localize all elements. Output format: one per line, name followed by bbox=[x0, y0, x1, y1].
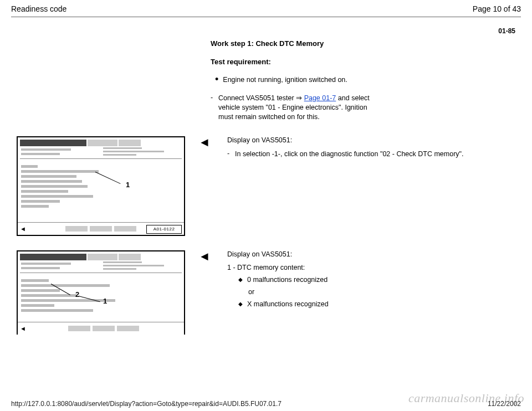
vas5051-diagram-2: 2 1 ◄ bbox=[17, 250, 185, 335]
section1-text: In selection -1-, click on the diagnosti… bbox=[235, 150, 464, 159]
work-step-heading: Work step 1: Check DTC Memory bbox=[211, 39, 515, 48]
diagram-code-label: A01-0122 bbox=[146, 225, 182, 234]
test-requirement-label: Test requirement: bbox=[211, 58, 515, 66]
page-indicator: Page 10 of 43 bbox=[473, 4, 521, 13]
display-label-1: Display on VAS5051: bbox=[227, 136, 515, 144]
section-page-ref: 01-85 bbox=[0, 17, 532, 35]
dash-icon: - bbox=[211, 94, 218, 101]
diagram2-callout-2: 2 bbox=[75, 290, 79, 299]
scroll-left-icon: ◄ bbox=[20, 225, 26, 232]
connect-text: Connect VAS5051 tester ⇒ Page 01-7 and s… bbox=[218, 94, 374, 122]
header-title: Readiness code bbox=[11, 4, 66, 13]
arrow-glyph-icon: ⇒ bbox=[296, 94, 302, 102]
malfunction-item-x: ◆ X malfunctions recognized bbox=[238, 300, 515, 308]
malfunction-text-0: 0 malfunctions recognized bbox=[247, 276, 328, 284]
connect-instruction: - Connect VAS5051 tester ⇒ Page 01-7 and… bbox=[211, 94, 515, 122]
dash-icon: - bbox=[227, 150, 235, 157]
page-link[interactable]: Page 01-7 bbox=[304, 94, 336, 102]
diamond-icon: ◆ bbox=[238, 276, 243, 282]
footer-date: 11/22/2002 bbox=[488, 400, 521, 408]
requirement-bullet: • Engine not running, ignition switched … bbox=[215, 76, 515, 84]
diamond-icon: ◆ bbox=[238, 301, 243, 307]
scroll-left-icon: ◄ bbox=[20, 325, 26, 332]
pointer-arrow-icon: ◄ bbox=[198, 136, 214, 148]
diagram2-callout-1: 1 bbox=[103, 297, 107, 305]
footer-url: http://127.0.0.1:8080/audi/servlet/Displ… bbox=[11, 400, 282, 408]
dtc-memory-heading: 1 - DTC memory content: bbox=[227, 264, 515, 271]
connect-prefix: Connect VAS5051 tester bbox=[218, 94, 296, 102]
section1-instruction: - In selection -1-, click on the diagnos… bbox=[227, 150, 515, 159]
requirement-text: Engine not running, ignition switched on… bbox=[223, 76, 347, 84]
pointer-arrow-icon: ◄ bbox=[198, 250, 214, 263]
malfunction-item-0: ◆ 0 malfunctions recognized bbox=[238, 276, 515, 284]
display-label-2: Display on VAS5051: bbox=[227, 250, 515, 258]
bullet-icon: • bbox=[215, 76, 218, 83]
vas5051-diagram-1: 1 ◄ ► A01-0122 bbox=[17, 136, 185, 236]
diagram1-callout-1: 1 bbox=[126, 181, 130, 189]
or-label: or bbox=[248, 288, 515, 296]
malfunction-text-x: X malfunctions recognized bbox=[247, 300, 329, 308]
